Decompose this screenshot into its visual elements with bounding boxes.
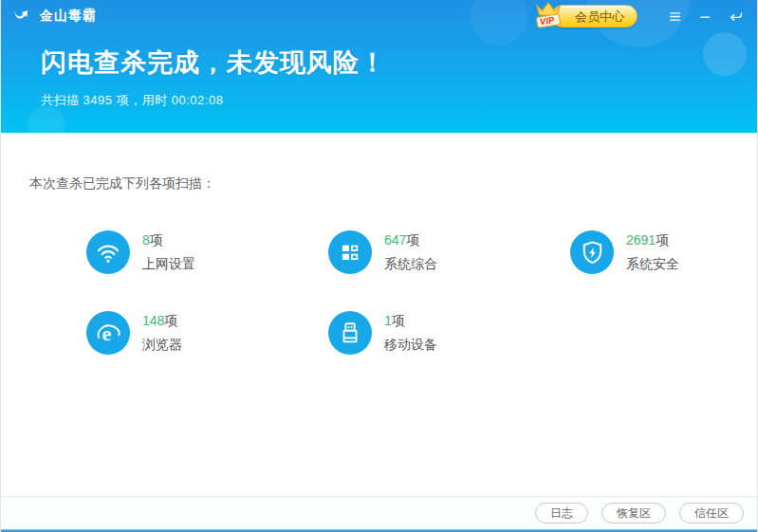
minimize-icon	[697, 9, 713, 25]
scan-details-panel: 本次查杀已完成下列各项扫描： 8项上网设置647项系统综合2691项系统安全e1…	[1, 175, 757, 355]
minimize-button[interactable]	[693, 5, 717, 28]
vip-member-center-label: 会员中心	[575, 10, 624, 23]
section-title: 本次查杀已完成下列各项扫描：	[29, 175, 757, 193]
scan-item-count: 8项	[142, 232, 195, 249]
window-controls	[662, 5, 748, 28]
decorative-circle	[703, 32, 747, 76]
trust-zone-button[interactable]: 信任区	[679, 503, 744, 523]
scan-item-label: 浏览器	[142, 337, 182, 354]
app-logo: 金山毒霸	[12, 4, 97, 28]
browser-icon: e	[86, 311, 130, 355]
scan-item-1: 8项上网设置	[86, 230, 328, 274]
scan-item-label: 系统安全	[626, 256, 679, 273]
titlebar: 金山毒霸 VIP 会员中心	[1, 0, 757, 32]
scan-results-grid: 8项上网设置647项系统综合2691项系统安全e148项浏览器1项移动设备	[86, 230, 757, 355]
footer-bar: 日志恢复区信任区	[1, 496, 757, 529]
scan-item-count: 1项	[384, 313, 437, 330]
scan-result-header: 金山毒霸 VIP 会员中心	[1, 0, 757, 133]
recovery-zone-button[interactable]: 恢复区	[601, 503, 666, 523]
grid-icon	[328, 230, 372, 274]
app-logo-icon	[12, 4, 33, 28]
wifi-icon	[86, 230, 130, 274]
menu-button[interactable]	[662, 5, 687, 28]
scan-item-4: e148项浏览器	[86, 311, 328, 355]
vip-member-center-button[interactable]: VIP 会员中心	[551, 5, 638, 28]
scan-summary: 共扫描 3495 项，用时 00:02:08	[41, 92, 386, 109]
scan-item-count: 2691项	[626, 232, 679, 249]
scan-item-2: 647项系统综合	[328, 230, 570, 274]
usb-icon	[328, 311, 372, 355]
shield-icon	[570, 230, 614, 274]
vip-crown-icon: VIP	[531, 0, 565, 29]
scan-item-3: 2691项系统安全	[570, 230, 758, 274]
scan-item-5: 1项移动设备	[328, 311, 570, 355]
scan-item-label: 上网设置	[142, 256, 195, 273]
return-arrow-icon	[727, 8, 745, 26]
back-to-main-button[interactable]	[723, 5, 748, 28]
log-button[interactable]: 日志	[535, 503, 588, 523]
scan-item-count: 148项	[142, 313, 182, 330]
hamburger-icon	[667, 9, 683, 25]
scan-item-count: 647项	[384, 232, 437, 249]
scan-item-label: 系统综合	[384, 256, 437, 273]
scan-item-label: 移动设备	[384, 337, 437, 354]
app-window: 金山毒霸 VIP 会员中心	[0, 0, 758, 532]
app-title: 金山毒霸	[40, 8, 97, 25]
scan-complete-title: 闪电查杀完成，未发现风险！	[41, 46, 386, 80]
decorative-circle	[28, 106, 65, 133]
